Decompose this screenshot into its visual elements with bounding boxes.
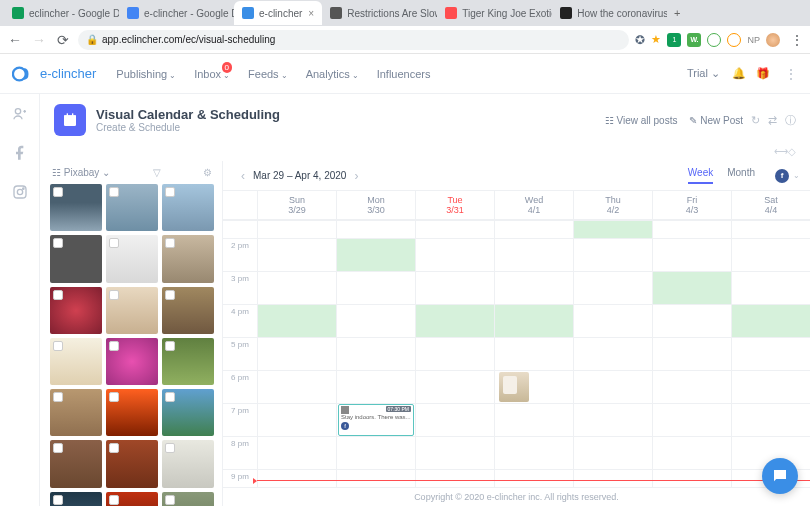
- svg-point-4: [22, 188, 23, 189]
- user-add-icon[interactable]: [12, 106, 28, 125]
- page-subtitle: Create & Schedule: [96, 122, 280, 133]
- bell-icon[interactable]: 🔔: [732, 67, 746, 80]
- month-view-tab[interactable]: Month: [727, 167, 755, 184]
- current-time-indicator: [257, 480, 810, 481]
- media-panel: ☷ Pixabay ⌄ ▽ ⚙: [40, 161, 222, 506]
- page-title: Visual Calendar & Scheduling: [96, 107, 280, 122]
- reload-button[interactable]: ⟳: [54, 32, 72, 48]
- media-thumb[interactable]: [50, 389, 102, 436]
- present-icon[interactable]: 🎁: [756, 67, 770, 80]
- extensions: ✪ ★ 1 W. NP ⋮: [635, 32, 804, 48]
- new-post-link[interactable]: ✎ New Post: [689, 115, 743, 126]
- forward-button[interactable]: →: [30, 32, 48, 48]
- browser-tab[interactable]: Tiger King Joe Exotic and Hi×: [437, 1, 552, 25]
- address-bar: ← → ⟳ 🔒 ✪ ★ 1 W. NP ⋮: [0, 26, 810, 54]
- svg-point-3: [17, 189, 22, 194]
- media-thumb[interactable]: [106, 492, 158, 506]
- media-thumb[interactable]: [162, 389, 214, 436]
- scheduled-post[interactable]: 07:30 PMStay indoors. There was...f: [338, 404, 414, 436]
- more-icon[interactable]: ⋮: [784, 66, 798, 82]
- media-thumb[interactable]: [162, 235, 214, 282]
- gear-icon[interactable]: ⚙: [203, 167, 212, 178]
- brand-logo[interactable]: e-clincher: [12, 63, 96, 85]
- calendar-panel: ‹ Mar 29 – Apr 4, 2020 › Week Month f ⌄ …: [222, 161, 810, 506]
- nav-inbox[interactable]: Inbox0⌄: [194, 68, 230, 80]
- media-thumb[interactable]: [50, 287, 102, 334]
- chevron-down-icon: ⌄: [352, 71, 359, 80]
- browser-tabs: eclincher - Google Drive× e-clincher - G…: [0, 0, 810, 26]
- sync-icon[interactable]: ⇄: [768, 114, 777, 127]
- back-button[interactable]: ←: [6, 32, 24, 48]
- lock-icon: 🔒: [86, 34, 98, 45]
- close-icon[interactable]: ×: [308, 8, 314, 19]
- next-week-button[interactable]: ›: [346, 169, 366, 183]
- extension-icon[interactable]: 1: [667, 33, 681, 47]
- svg-point-0: [13, 67, 26, 80]
- calendar-icon: [54, 104, 86, 136]
- browser-tab[interactable]: eclincher - Google Drive×: [4, 1, 119, 25]
- extension-icon[interactable]: [707, 33, 721, 47]
- chat-button[interactable]: [762, 458, 798, 494]
- new-tab-button[interactable]: +: [667, 7, 687, 19]
- svg-point-1: [15, 109, 20, 114]
- prev-week-button[interactable]: ‹: [233, 169, 253, 183]
- side-rail: [0, 94, 40, 506]
- media-thumb[interactable]: [50, 338, 102, 385]
- extension-icon[interactable]: NP: [747, 35, 760, 45]
- facebook-icon: f: [341, 422, 349, 430]
- facebook-icon[interactable]: [12, 145, 28, 164]
- nav-feeds[interactable]: Feeds⌄: [248, 68, 288, 80]
- browser-tab[interactable]: e-clincher - Google Docs×: [119, 1, 234, 25]
- media-thumb[interactable]: [106, 184, 158, 231]
- media-thumb[interactable]: [106, 287, 158, 334]
- media-thumb[interactable]: [106, 235, 158, 282]
- svg-rect-6: [64, 115, 76, 118]
- media-thumb[interactable]: [162, 492, 214, 506]
- media-thumb[interactable]: [162, 338, 214, 385]
- media-thumb[interactable]: [50, 492, 102, 506]
- footer: Copyright © 2020 e-clincher inc. All rig…: [223, 487, 810, 506]
- filter-icon[interactable]: ▽: [153, 167, 161, 178]
- view-all-posts-link[interactable]: ☷ View all posts: [605, 115, 678, 126]
- chevron-down-icon: ⌄: [711, 67, 720, 79]
- url-field[interactable]: [78, 30, 629, 50]
- media-thumb[interactable]: [50, 184, 102, 231]
- resize-handle[interactable]: ⟷◇: [40, 146, 810, 161]
- help-icon[interactable]: ⓘ: [785, 113, 796, 128]
- media-thumb[interactable]: [50, 440, 102, 487]
- refresh-icon[interactable]: ↻: [751, 114, 760, 127]
- nav-publishing[interactable]: Publishing⌄: [116, 68, 176, 80]
- menu-icon[interactable]: ⋮: [790, 32, 804, 48]
- extension-icon[interactable]: [727, 33, 741, 47]
- media-source-dropdown[interactable]: ☷ Pixabay ⌄: [52, 167, 110, 178]
- date-range: Mar 29 – Apr 4, 2020: [253, 170, 346, 181]
- week-view-tab[interactable]: Week: [688, 167, 713, 184]
- page-header: Visual Calendar & Scheduling Create & Sc…: [40, 94, 810, 146]
- svg-rect-7: [67, 113, 68, 116]
- extension-icon[interactable]: W.: [687, 33, 701, 47]
- app-topnav: e-clincher Publishing⌄ Inbox0⌄ Feeds⌄ An…: [0, 54, 810, 94]
- media-thumb[interactable]: [50, 235, 102, 282]
- media-thumb[interactable]: [162, 184, 214, 231]
- facebook-filter-icon[interactable]: f: [775, 169, 789, 183]
- calendar-grid[interactable]: Sun3/29 Mon3/30 Tue3/31 Wed4/1 Thu4/2 Fr…: [223, 190, 810, 487]
- media-thumb[interactable]: [106, 389, 158, 436]
- instagram-icon[interactable]: [12, 184, 28, 203]
- svg-rect-8: [72, 113, 73, 116]
- avatar[interactable]: [766, 33, 780, 47]
- media-thumb[interactable]: [162, 287, 214, 334]
- media-thumb[interactable]: [106, 338, 158, 385]
- media-thumb[interactable]: [106, 440, 158, 487]
- chevron-down-icon: ⌄: [169, 71, 176, 80]
- chevron-down-icon: ⌄: [281, 71, 288, 80]
- trial-dropdown[interactable]: Trial ⌄: [687, 67, 720, 80]
- media-thumb[interactable]: [162, 440, 214, 487]
- badge: 0: [222, 62, 232, 73]
- nav-analytics[interactable]: Analytics⌄: [306, 68, 359, 80]
- chevron-down-icon[interactable]: ⌄: [793, 171, 800, 180]
- browser-tab[interactable]: Restrictions Are Slowing Con×: [322, 1, 437, 25]
- browser-tab[interactable]: How the coronavirus could ca×: [552, 1, 667, 25]
- browser-tab-active[interactable]: e-clincher×: [234, 1, 322, 25]
- scheduled-image[interactable]: [499, 372, 529, 402]
- nav-influencers[interactable]: Influencers: [377, 68, 431, 80]
